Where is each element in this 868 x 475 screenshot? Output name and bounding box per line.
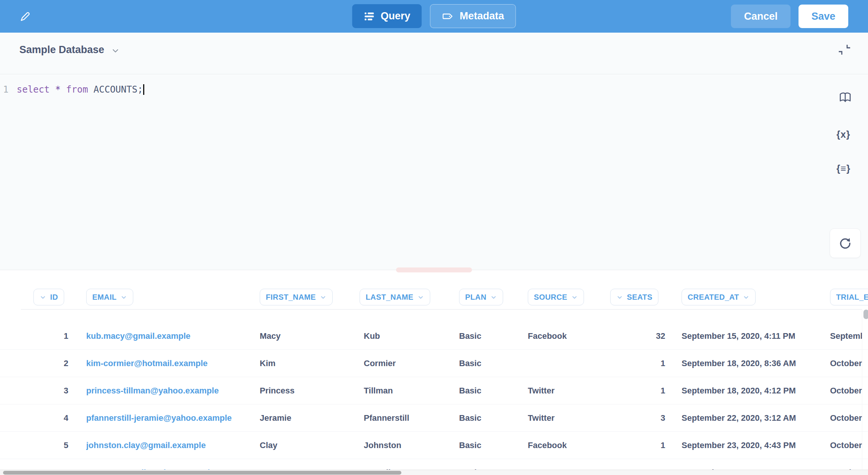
column-header-email[interactable]: EMAIL — [86, 289, 133, 305]
cell-trial-ends-at[interactable]: October — [830, 350, 862, 377]
column-header-label: LAST_NAME — [366, 293, 413, 302]
cell-plan[interactable]: Basic — [459, 432, 524, 459]
cell-seats[interactable]: 1 — [600, 432, 665, 459]
save-button[interactable]: Save — [799, 5, 848, 28]
cell-id[interactable]: 1 — [23, 322, 68, 350]
horizontal-scrollbar-track — [0, 470, 868, 475]
table-row[interactable]: 3 princess-tillman@yahoo.example Princes… — [0, 377, 868, 404]
column-header-first-name[interactable]: FIRST_NAME — [260, 289, 333, 305]
cell-seats[interactable]: 1 — [600, 350, 665, 377]
column-header-created-at[interactable]: CREATED_AT — [682, 289, 756, 305]
chevron-down-icon — [743, 294, 750, 301]
cell-seats[interactable]: 3 — [600, 404, 665, 432]
cell-id[interactable]: 5 — [23, 432, 68, 459]
cell-trial-ends-at[interactable]: October — [830, 377, 862, 404]
native-query-editor-page: Query Metadata Cancel Save Sample Databa… — [0, 0, 868, 475]
run-query-button[interactable] — [830, 228, 861, 258]
snippets-icon[interactable]: {≡} — [836, 163, 851, 174]
cell-source[interactable] — [528, 350, 604, 377]
cell-email[interactable]: kub.macy@gmail.example — [86, 322, 253, 350]
cell-email[interactable]: pfannerstill-jeramie@yahoo.example — [86, 404, 253, 432]
tab-query-label: Query — [380, 10, 410, 22]
cell-plan[interactable]: Basic — [459, 404, 524, 432]
cell-created-at[interactable]: September 15, 2020, 4:11 PM — [682, 322, 822, 350]
cell-plan[interactable]: Basic — [459, 322, 524, 350]
cell-trial-ends-at[interactable]: Septemb — [830, 322, 862, 350]
cell-created-at[interactable]: September 22, 2020, 3:12 AM — [682, 404, 822, 432]
chevron-down-icon — [490, 294, 497, 301]
cell-last-name[interactable]: Tillman — [364, 377, 455, 404]
collapse-editor-icon[interactable] — [838, 43, 851, 57]
column-header-last-name[interactable]: LAST_NAME — [360, 289, 430, 305]
table-row[interactable]: 2 kim-cormier@hotmail.example Kim Cormie… — [0, 350, 868, 377]
cell-source[interactable]: Facebook — [528, 432, 604, 459]
column-header-id[interactable]: ID — [33, 289, 64, 305]
sql-keyword: from — [66, 84, 88, 95]
cell-plan[interactable]: Basic — [459, 350, 524, 377]
query-results: ID EMAIL FIRST_NAME LAST_NAME PLAN SOURC… — [0, 271, 868, 475]
list-icon — [363, 11, 375, 22]
column-header-source[interactable]: SOURCE — [528, 289, 584, 305]
variables-icon[interactable]: {x} — [836, 129, 850, 140]
cell-last-name[interactable]: Johnston — [364, 432, 455, 459]
cell-created-at[interactable]: September 23, 2020, 4:43 PM — [682, 432, 822, 459]
horizontal-scrollbar[interactable] — [3, 471, 401, 475]
cell-last-name[interactable]: Pfannerstill — [364, 404, 455, 432]
cell-last-name[interactable]: Kub — [364, 322, 455, 350]
cell-id[interactable]: 3 — [23, 377, 68, 404]
cell-source[interactable]: Twitter — [528, 377, 604, 404]
cell-id[interactable]: 2 — [23, 350, 68, 377]
column-header-label: SOURCE — [534, 293, 567, 302]
chevron-down-icon — [616, 294, 623, 301]
tab-metadata[interactable]: Metadata — [430, 4, 516, 28]
cell-source[interactable]: Facebook — [528, 322, 604, 350]
cell-first-name[interactable]: Jeramie — [260, 404, 355, 432]
cell-first-name[interactable]: Princess — [260, 377, 355, 404]
database-picker[interactable]: Sample Database — [19, 44, 120, 56]
cell-seats[interactable]: 32 — [600, 322, 665, 350]
cell-plan[interactable]: Basic — [459, 377, 524, 404]
database-header-row: Sample Database — [0, 33, 868, 74]
cell-trial-ends-at[interactable]: October — [830, 432, 862, 459]
column-header-trial-ends-at[interactable]: TRIAL_E — [830, 289, 868, 305]
cancel-button[interactable]: Cancel — [731, 5, 791, 28]
column-header-label: SEATS — [627, 293, 652, 302]
cell-first-name[interactable]: Kim — [260, 350, 355, 377]
sql-editor[interactable]: 1 select * from ACCOUNTS; — [0, 75, 868, 270]
cell-last-name[interactable]: Cormier — [364, 350, 455, 377]
tab-query[interactable]: Query — [352, 4, 421, 28]
vertical-scrollbar[interactable] — [863, 310, 868, 319]
column-header-label: PLAN — [465, 293, 486, 302]
sql-code-line[interactable]: 1 select * from ACCOUNTS; — [0, 84, 144, 95]
resize-drag-handle[interactable] — [396, 267, 472, 272]
cell-email[interactable]: kim-cormier@hotmail.example — [86, 350, 253, 377]
column-header-label: EMAIL — [92, 293, 117, 302]
chevron-down-icon — [320, 294, 327, 301]
line-number: 1 — [0, 84, 17, 95]
pencil-icon — [19, 10, 32, 23]
table-row[interactable]: 4 pfannerstill-jeramie@yahoo.example Jer… — [0, 404, 868, 432]
column-header-label: TRIAL_E — [836, 293, 868, 302]
cell-source[interactable]: Twitter — [528, 404, 604, 432]
cell-email[interactable]: princess-tillman@yahoo.example — [86, 377, 253, 404]
sql-identifier: ACCOUNTS; — [93, 84, 143, 95]
column-header-seats[interactable]: SEATS — [610, 289, 658, 305]
editor-tabs: Query Metadata — [352, 4, 516, 28]
table-row[interactable]: 5 johnston.clay@gmail.example Clay Johns… — [0, 432, 868, 459]
cell-first-name[interactable]: Macy — [260, 322, 355, 350]
table-right-edge — [862, 310, 862, 475]
cell-seats[interactable]: 1 — [600, 377, 665, 404]
cell-email[interactable]: johnston.clay@gmail.example — [86, 432, 253, 459]
edit-bar: Query Metadata Cancel Save — [0, 0, 868, 33]
table-row[interactable]: 1 kub.macy@gmail.example Macy Kub Basic … — [0, 322, 868, 350]
cell-created-at[interactable]: September 18, 2020, 4:12 PM — [682, 377, 822, 404]
cell-first-name[interactable]: Clay — [260, 432, 355, 459]
chevron-down-icon — [39, 294, 46, 301]
cell-trial-ends-at[interactable]: October — [830, 404, 862, 432]
column-header-plan[interactable]: PLAN — [459, 289, 503, 305]
cell-id[interactable]: 4 — [23, 404, 68, 432]
refresh-icon — [838, 236, 853, 251]
data-reference-book-icon[interactable] — [838, 91, 852, 105]
tab-metadata-label: Metadata — [460, 10, 504, 22]
cell-created-at[interactable]: September 18, 2020, 8:36 AM — [682, 350, 822, 377]
